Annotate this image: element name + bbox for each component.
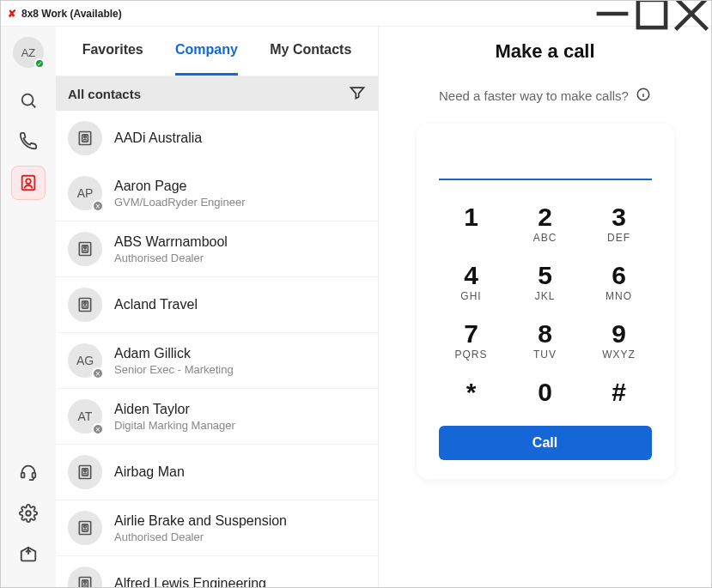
keypad-key-7[interactable]: 7PQRS bbox=[439, 321, 504, 361]
contact-subtitle: Authorised Dealer bbox=[114, 530, 287, 543]
outbox-nav-button[interactable] bbox=[11, 537, 46, 572]
contact-row[interactable]: ABS WarrnamboolAuthorised Dealer bbox=[56, 221, 378, 277]
user-avatar[interactable]: AZ ✓ bbox=[13, 37, 44, 68]
svg-point-1 bbox=[22, 94, 33, 106]
keypad-digit: 9 bbox=[612, 321, 626, 347]
info-icon[interactable] bbox=[636, 87, 651, 105]
dial-input[interactable] bbox=[439, 146, 652, 180]
settings-nav-button[interactable] bbox=[11, 496, 46, 530]
contacts-nav-button[interactable] bbox=[11, 166, 46, 200]
svg-point-9 bbox=[84, 136, 87, 138]
offline-badge-icon: × bbox=[92, 200, 104, 212]
keypad-letters: TUV bbox=[533, 349, 557, 361]
contact-list[interactable]: AADi AustraliaAP×Aaron PageGVM/LoadRyder… bbox=[56, 111, 378, 587]
section-title: All contacts bbox=[68, 87, 141, 101]
headset-nav-button[interactable] bbox=[11, 455, 46, 489]
contact-subtitle: Senior Exec - Marketing bbox=[114, 363, 234, 376]
window-minimize-button[interactable] bbox=[593, 1, 632, 27]
keypad-letters: WXYZ bbox=[602, 349, 636, 361]
contact-row[interactable]: AT×Aiden TaylorDigital Marking Manager bbox=[56, 389, 378, 445]
keypad-digit: 5 bbox=[538, 263, 552, 288]
contact-row[interactable]: AP×Aaron PageGVM/LoadRyder Engineer bbox=[56, 166, 378, 221]
dial-card: 12ABC3DEF4GHI5JKL6MNO7PQRS8TUV9WXYZ*0# C… bbox=[417, 124, 674, 479]
keypad-letters: PQRS bbox=[454, 349, 487, 361]
contact-row[interactable]: AADi Australia bbox=[56, 111, 378, 166]
contact-row[interactable]: Airlie Brake and SuspensionAuthorised De… bbox=[56, 500, 378, 556]
keypad-key-4[interactable]: 4GHI bbox=[439, 263, 504, 302]
contacts-section-header: All contacts bbox=[56, 76, 378, 111]
keypad-digit: 8 bbox=[538, 321, 552, 347]
titlebar: ✘ 8x8 Work (Available) bbox=[1, 1, 711, 27]
contact-name: Acland Travel bbox=[114, 297, 198, 312]
keypad-key-0[interactable]: 0 bbox=[513, 379, 578, 405]
contact-name: AADi Australia bbox=[114, 130, 202, 146]
keypad-key-1[interactable]: 1 bbox=[439, 204, 504, 244]
contact-name: ABS Warrnambool bbox=[114, 234, 228, 250]
keypad-letters: DEF bbox=[607, 232, 630, 244]
svg-point-18 bbox=[84, 470, 87, 472]
keypad-key-#[interactable]: # bbox=[587, 379, 652, 405]
contact-row[interactable]: Alfred Lewis Engineering bbox=[56, 556, 378, 587]
keypad-key-9[interactable]: 9WXYZ bbox=[587, 321, 652, 361]
faster-hint-text: Need a faster way to make calls? bbox=[439, 88, 629, 103]
search-nav-button[interactable] bbox=[11, 83, 46, 118]
svg-point-24 bbox=[84, 581, 87, 584]
call-panel-title: Make a call bbox=[495, 40, 594, 63]
contact-name: Airbag Man bbox=[114, 464, 185, 480]
contact-row[interactable]: AG×Adam GillickSenior Exec - Marketing bbox=[56, 333, 378, 389]
contact-name: Airlie Brake and Suspension bbox=[114, 513, 287, 529]
org-icon bbox=[68, 511, 102, 545]
svg-point-3 bbox=[26, 179, 31, 184]
contacts-panel: Favorites Company My Contacts All contac… bbox=[56, 27, 379, 587]
call-panel: Make a call Need a faster way to make ca… bbox=[379, 27, 711, 587]
org-icon bbox=[68, 455, 102, 489]
keypad-key-5[interactable]: 5JKL bbox=[513, 263, 578, 302]
contact-row[interactable]: Airbag Man bbox=[56, 445, 378, 500]
svg-point-12 bbox=[84, 246, 87, 249]
keypad-digit: 7 bbox=[464, 321, 478, 347]
keypad-key-6[interactable]: 6MNO bbox=[587, 263, 652, 302]
offline-badge-icon: × bbox=[92, 367, 104, 379]
contact-name: Aaron Page bbox=[114, 179, 245, 194]
keypad-digit: # bbox=[612, 379, 626, 405]
keypad-letters: MNO bbox=[606, 290, 632, 302]
keypad-digit: 4 bbox=[464, 263, 478, 288]
keypad-letters: GHI bbox=[460, 290, 481, 302]
keypad-key-*[interactable]: * bbox=[439, 379, 504, 405]
keypad-digit: 2 bbox=[538, 204, 552, 230]
keypad-letters: ABC bbox=[533, 232, 557, 244]
tab-mycontacts[interactable]: My Contacts bbox=[270, 27, 351, 76]
keypad-digit: 1 bbox=[464, 204, 478, 230]
contact-avatar: AT× bbox=[68, 399, 102, 433]
keypad-key-2[interactable]: 2ABC bbox=[513, 204, 578, 244]
keypad: 12ABC3DEF4GHI5JKL6MNO7PQRS8TUV9WXYZ*0# bbox=[439, 204, 652, 405]
org-icon bbox=[68, 232, 102, 266]
keypad-key-8[interactable]: 8TUV bbox=[513, 321, 578, 361]
svg-point-6 bbox=[26, 511, 31, 516]
presence-available-icon: ✓ bbox=[34, 58, 45, 69]
window-maximize-button[interactable] bbox=[632, 1, 672, 27]
keypad-digit: * bbox=[466, 379, 477, 405]
call-button[interactable]: Call bbox=[439, 426, 652, 460]
tab-company[interactable]: Company bbox=[175, 27, 238, 76]
keypad-letters: JKL bbox=[535, 290, 556, 302]
keypad-digit: 6 bbox=[612, 263, 626, 288]
keypad-digit: 0 bbox=[538, 379, 552, 405]
filter-icon[interactable] bbox=[349, 84, 366, 104]
svg-rect-22 bbox=[79, 578, 90, 588]
svg-rect-4 bbox=[21, 473, 25, 478]
window-title: 8x8 Work (Available) bbox=[21, 8, 122, 20]
calls-nav-button[interactable] bbox=[11, 124, 46, 159]
user-initials: AZ bbox=[21, 46, 36, 59]
tab-favorites[interactable]: Favorites bbox=[82, 27, 143, 76]
contact-avatar: AP× bbox=[68, 176, 102, 210]
contact-subtitle: GVM/LoadRyder Engineer bbox=[114, 196, 245, 209]
window-close-button[interactable] bbox=[672, 1, 711, 27]
keypad-digit: 3 bbox=[612, 204, 626, 230]
contact-name: Aiden Taylor bbox=[114, 402, 235, 417]
contact-avatar: AG× bbox=[68, 343, 102, 378]
contact-row[interactable]: Acland Travel bbox=[56, 277, 378, 333]
svg-rect-5 bbox=[33, 473, 36, 478]
offline-badge-icon: × bbox=[92, 423, 104, 435]
keypad-key-3[interactable]: 3DEF bbox=[587, 204, 652, 244]
